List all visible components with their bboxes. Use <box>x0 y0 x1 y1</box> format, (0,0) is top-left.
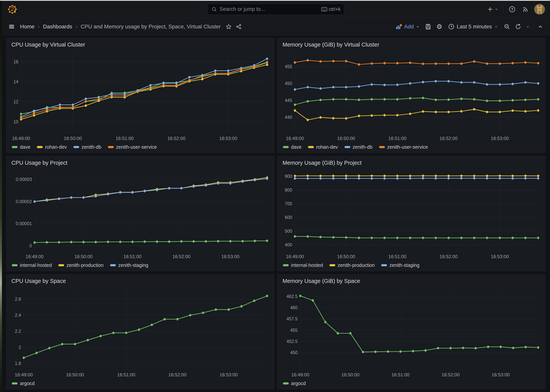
legend-series-color <box>283 264 289 266</box>
time-series-chart[interactable]: 16:49:0016:50:0016:51:0016:52:0016:53:00… <box>9 50 272 143</box>
zoom-out-icon <box>504 24 510 30</box>
legend-item-zenith-db[interactable]: zenith-db <box>73 144 101 150</box>
desktop-wallpaper-sliver <box>0 1 2 392</box>
svg-text:16:50:00: 16:50:00 <box>64 136 82 141</box>
svg-text:16:50:00: 16:50:00 <box>337 136 355 141</box>
hamburger-icon <box>8 24 15 30</box>
favorite-button[interactable] <box>224 22 233 31</box>
legend-item-zenith-user-service[interactable]: zenith-user-service <box>379 144 428 150</box>
toolbar-right-actions: Add ⚙ <box>394 22 545 31</box>
legend-series-color <box>12 146 18 148</box>
refresh-dashboard-button[interactable] <box>514 22 522 31</box>
panel-title[interactable]: Memory Usage (GiB) by Project <box>280 158 543 168</box>
search-shortcut: ctrl+k <box>321 6 341 12</box>
svg-text:1.8: 1.8 <box>15 361 21 366</box>
help-button[interactable]: ? <box>508 5 516 14</box>
panel-title[interactable]: CPU Usage by Virtual Cluster <box>9 40 272 50</box>
legend-item-zenith-user-service[interactable]: zenith-user-service <box>108 144 157 150</box>
legend-item-rohan-dev[interactable]: rohan-dev <box>308 144 338 150</box>
chart-legend: daverohan-devzenith-dbzenith-user-servic… <box>9 143 272 151</box>
svg-text:10: 10 <box>13 119 18 124</box>
menu-button[interactable] <box>7 22 16 31</box>
chevron-down-icon <box>494 25 498 28</box>
legend-series-color <box>381 264 387 266</box>
save-dashboard-button[interactable] <box>424 22 432 31</box>
legend-series-color <box>110 264 116 266</box>
legend-item-argocd[interactable]: argocd <box>283 381 306 386</box>
zoom-out-time-button[interactable] <box>503 22 511 31</box>
svg-text:16:52:00: 16:52:00 <box>441 372 459 377</box>
refresh-interval-dropdown[interactable] <box>525 22 530 31</box>
news-button[interactable] <box>521 5 529 14</box>
legend-series-color <box>108 146 114 148</box>
search-shortcut-label: ctrl+k <box>329 6 341 12</box>
legend-series-name: rohan-dev <box>45 144 67 150</box>
share-button[interactable] <box>234 22 243 31</box>
breadcrumb-dashboards[interactable]: Dashboards <box>43 24 72 30</box>
svg-text:16:49:00: 16:49:00 <box>291 372 309 377</box>
panel-title[interactable]: CPU Usage by Space <box>9 276 272 286</box>
svg-text:900: 900 <box>285 174 292 179</box>
legend-item-dave[interactable]: dave <box>283 144 301 150</box>
svg-text:16:50:00: 16:50:00 <box>337 254 355 259</box>
time-range-picker[interactable]: Last 5 minutes <box>446 24 500 30</box>
svg-text:440: 440 <box>285 115 292 120</box>
search-input[interactable] <box>220 6 319 12</box>
svg-text:16:52:00: 16:52:00 <box>439 136 458 141</box>
dashboard-settings-button[interactable]: ⚙ <box>435 22 444 31</box>
svg-text:16:53:00: 16:53:00 <box>219 136 237 141</box>
legend-series-color <box>308 146 314 148</box>
user-avatar[interactable] <box>534 4 545 15</box>
add-panel-button[interactable]: Add <box>394 24 421 30</box>
panel-title[interactable]: CPU Usage by Project <box>9 158 272 168</box>
svg-text:2.2: 2.2 <box>15 329 21 334</box>
legend-series-name: zenith-db <box>353 144 373 150</box>
legend-series-color <box>329 264 335 266</box>
legend-item-internal-hosted[interactable]: internal-hosted <box>12 262 52 268</box>
legend-item-zenith-db[interactable]: zenith-db <box>345 144 373 150</box>
search-icon <box>211 7 217 12</box>
legend-item-dave[interactable]: dave <box>12 144 30 150</box>
legend-item-zenith-staging[interactable]: zenith-staging <box>110 262 148 268</box>
legend-item-zenith-production[interactable]: zenith-production <box>329 262 375 268</box>
chart-legend: internal-hostedzenith-productionzenith-s… <box>280 261 543 269</box>
svg-text:16:49:00: 16:49:00 <box>286 136 304 141</box>
svg-text:0.00003: 0.00003 <box>16 177 32 182</box>
svg-text:16:51:00: 16:51:00 <box>123 254 141 259</box>
svg-text:0: 0 <box>29 243 32 248</box>
time-series-chart[interactable]: 16:49:0016:50:0016:51:0016:52:0016:53:00… <box>280 50 543 143</box>
time-series-chart[interactable]: 16:49:0016:50:0016:51:0016:52:0016:53:00… <box>9 286 272 379</box>
legend-series-color <box>283 382 289 385</box>
add-label: Add <box>404 24 414 30</box>
legend-item-rohan-dev[interactable]: rohan-dev <box>37 144 67 150</box>
legend-item-zenith-production[interactable]: zenith-production <box>58 262 104 268</box>
breadcrumb-separator: › <box>76 24 77 29</box>
svg-text:16:51:00: 16:51:00 <box>391 372 409 377</box>
chart-legend: argocd <box>280 379 543 388</box>
time-series-chart[interactable]: 16:49:0016:50:0016:51:0016:52:0016:53:00… <box>280 286 543 379</box>
chevron-up-icon <box>538 24 543 29</box>
panel-title[interactable]: Memory Usage (GiB) by Space <box>280 276 543 286</box>
collapse-topbar-button[interactable] <box>536 22 545 31</box>
panel-title[interactable]: Memory Usage (GiB) by Virtual Cluster <box>280 40 543 50</box>
svg-text:16:49:00: 16:49:00 <box>15 372 33 377</box>
time-series-chart[interactable]: 16:49:0016:50:0016:51:0016:52:0016:53:00… <box>9 168 272 261</box>
legend-item-argocd[interactable]: argocd <box>12 381 35 386</box>
grafana-logo[interactable] <box>7 4 18 15</box>
svg-text:16:49:00: 16:49:00 <box>12 136 30 141</box>
time-series-chart[interactable]: 16:49:0016:50:0016:51:0016:52:0016:53:00… <box>280 168 543 261</box>
legend-item-zenith-staging[interactable]: zenith-staging <box>381 262 419 268</box>
rss-icon <box>522 6 528 12</box>
refresh-icon <box>515 24 521 30</box>
svg-text:16:52:00: 16:52:00 <box>173 254 190 259</box>
legend-item-internal-hosted[interactable]: internal-hosted <box>283 262 323 268</box>
svg-text:16:52:00: 16:52:00 <box>167 136 185 141</box>
svg-text:16:50:00: 16:50:00 <box>75 254 92 259</box>
chart-legend: argocd <box>9 379 272 388</box>
search-box[interactable]: ctrl+k <box>208 4 344 15</box>
svg-text:16:53:00: 16:53:00 <box>220 372 237 377</box>
top-nav-bar: ctrl+k ? <box>2 1 550 18</box>
breadcrumb-home[interactable]: Home <box>20 24 35 30</box>
new-button[interactable] <box>487 5 498 14</box>
time-range-label: Last 5 minutes <box>457 24 492 30</box>
